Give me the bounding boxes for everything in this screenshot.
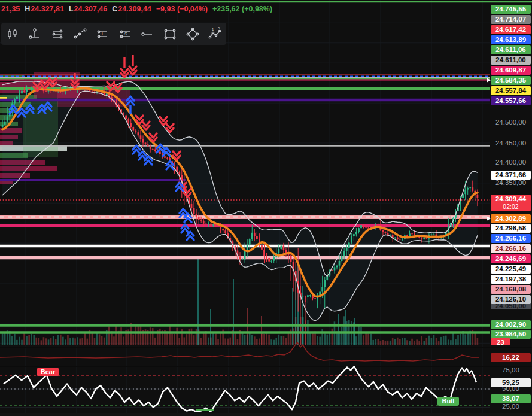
- tool-horizontal-ray[interactable]: [138, 25, 157, 43]
- tool-parallel-lines[interactable]: [48, 25, 67, 43]
- zigzag-numbers-icon: 15: [208, 27, 222, 41]
- svg-text:L: L: [102, 32, 104, 36]
- axis-gridline-label: 24.500,00: [491, 119, 531, 126]
- axis-gridline-label: 24.350,00: [491, 179, 531, 186]
- price-level-label: 59,25: [491, 378, 531, 387]
- rotated-rectangle-icon: [186, 27, 200, 41]
- price-level-label: 24.126,10: [491, 295, 531, 304]
- legend-segment: 24.309,44: [118, 5, 151, 13]
- tool-long-position[interactable]: L: [93, 25, 112, 43]
- axis-gridline-label: 24.400,00: [491, 159, 531, 166]
- long-position-icon: L: [95, 27, 110, 41]
- oversold-marker: [196, 409, 214, 411]
- bull-label: Bull: [437, 397, 459, 406]
- legend-segment: H: [25, 5, 30, 13]
- price-level-label: 24.298,58: [491, 224, 531, 233]
- svg-text:1: 1: [212, 28, 214, 31]
- parallel-lines-icon: [50, 27, 65, 41]
- price-level-label: 24.246,69: [491, 254, 531, 263]
- price-level-label: 24.266,16: [491, 244, 531, 253]
- rectangle-icon: [163, 27, 177, 41]
- legend-segment: 21,35: [1, 5, 20, 13]
- price-level-label: 38,07: [491, 394, 531, 403]
- trading-chart-window: 21,35H24.327,81L24.307,46C24.309,44−9,93…: [0, 0, 532, 416]
- bollinger-fill: [2, 81, 478, 320]
- svg-text:5: 5: [218, 27, 220, 30]
- price-level-label: 24.609,87: [491, 66, 531, 75]
- price-level-label: 23.984,50: [491, 330, 531, 339]
- price-level-label: 24.557,66: [491, 96, 531, 105]
- price-level-label: 24.197,38: [491, 275, 531, 284]
- tool-rotated-rectangle[interactable]: [183, 25, 202, 43]
- price-level-label: 24.266,16: [491, 234, 531, 243]
- legend-segment: L: [69, 5, 74, 13]
- price-level-label: 24.617,42: [491, 25, 531, 34]
- tool-vertical-line[interactable]: [25, 25, 44, 43]
- tool-trend-lines[interactable]: [71, 25, 90, 43]
- current-price-label: 24.309,4402:02: [491, 195, 531, 211]
- price-level-label: 24.611,00: [491, 56, 531, 65]
- tool-bars-pattern[interactable]: [3, 25, 22, 43]
- legend-segment: 24.307,46: [74, 5, 108, 13]
- price-level-label: 24.371,66: [491, 171, 531, 180]
- legend-segment: C: [112, 5, 117, 13]
- tool-zigzag-numbers[interactable]: 15: [205, 25, 224, 43]
- price-level-label: 24.745,55: [491, 5, 531, 14]
- price-level-label: 24.302,89: [491, 214, 531, 223]
- price-level-label: 24.611,06: [491, 45, 531, 54]
- price-level-label: 24.584,35: [491, 76, 531, 85]
- tool-short-position[interactable]: S: [115, 25, 135, 43]
- short-position-icon: S: [118, 27, 132, 41]
- price-level-label: 24.225,49: [491, 265, 531, 274]
- ohlc-legend: 21,35H24.327,81L24.307,46C24.309,44−9,93…: [1, 5, 272, 13]
- legend-segment: 24.327,81: [31, 5, 64, 13]
- tool-rectangle[interactable]: [160, 25, 180, 43]
- candles: [2, 84, 479, 312]
- legend-segment: +235,62 (+0,98%): [212, 5, 272, 13]
- ma-line: [2, 88, 478, 297]
- vertical-line-icon: [28, 27, 42, 41]
- trend-lines-icon: [73, 27, 87, 41]
- price-level-label: 24.613,89: [491, 35, 531, 44]
- volume-ma-line: [0, 342, 479, 361]
- axis-gridline-label: 24.450,00: [491, 139, 531, 147]
- axis-gridline-label: 25,00: [491, 403, 531, 410]
- drawing-toolbar: LS15: [1, 23, 226, 45]
- svg-text:S: S: [124, 32, 127, 36]
- price-level-label: 24.002,90: [491, 320, 531, 329]
- price-level-label: 24.714,07: [491, 15, 531, 24]
- legend-segment: −9,93 (−0,04%): [156, 5, 208, 13]
- price-chart[interactable]: [0, 0, 532, 416]
- price-level-label: 23: [491, 338, 510, 345]
- bear-label: Bear: [37, 368, 59, 376]
- axis-gridline-label: 75,00: [491, 366, 531, 374]
- price-level-label: 16,22: [491, 353, 531, 362]
- horizontal-ray-icon: [140, 27, 154, 41]
- bollinger-lower: [2, 91, 478, 320]
- price-level-label: 24.168,08: [491, 285, 531, 294]
- price-level-label: 24.557,84: [491, 86, 531, 95]
- bars-pattern-icon: [5, 27, 20, 41]
